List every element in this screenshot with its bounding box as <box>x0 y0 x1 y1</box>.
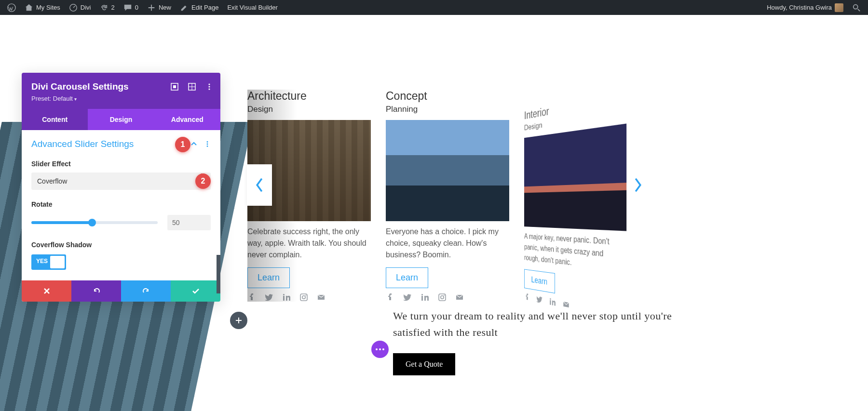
plus-icon <box>147 3 156 12</box>
preset-dropdown[interactable]: Preset: Default <box>31 95 211 102</box>
comments[interactable]: 0 <box>119 0 143 15</box>
svg-rect-24 <box>550 300 551 305</box>
card-desc: Celebrate success right, the only way, a… <box>247 226 371 261</box>
wp-admin-bar: My Sites Divi 2 0 New Edit Page Exit Vis… <box>0 0 868 15</box>
mail-icon[interactable] <box>455 293 464 302</box>
tagline: We turn your dream to reality and we'll … <box>393 308 702 341</box>
rotate-slider[interactable] <box>31 221 158 224</box>
search-icon <box>852 3 861 12</box>
cancel-button[interactable] <box>22 280 71 302</box>
card-subtitle: Planning <box>386 105 509 114</box>
more-options-button[interactable] <box>371 341 389 358</box>
learn-button[interactable]: Learn <box>524 269 555 293</box>
expand-icon[interactable] <box>170 82 179 91</box>
svg-point-21 <box>441 296 444 299</box>
facebook-icon[interactable] <box>247 293 256 302</box>
facebook-icon[interactable] <box>524 292 530 302</box>
tab-content[interactable]: Content <box>22 109 88 130</box>
coverflow-shadow-label: Coverflow Shadow <box>31 241 211 249</box>
site-name[interactable]: Divi <box>65 0 95 15</box>
panel-tabs: Content Design Advanced <box>22 109 220 130</box>
wp-logo[interactable] <box>3 0 20 15</box>
divi-settings-panel: Divi Carousel Settings Preset: Default C… <box>22 73 220 302</box>
svg-point-7 <box>208 86 210 87</box>
learn-button[interactable]: Learn <box>247 267 290 288</box>
svg-point-16 <box>305 295 306 296</box>
slider-effect-select[interactable]: Coverflow <box>31 172 211 190</box>
avatar <box>835 3 843 12</box>
carousel-prev[interactable] <box>247 164 272 206</box>
tab-design[interactable]: Design <box>88 109 154 130</box>
carousel-next[interactable] <box>625 164 651 206</box>
save-button[interactable] <box>171 280 220 302</box>
card-title: Architecture <box>247 90 371 103</box>
callout-badge-1: 1 <box>175 137 190 152</box>
linkedin-icon[interactable] <box>549 297 556 307</box>
svg-point-11 <box>207 146 208 147</box>
svg-point-13 <box>283 294 285 295</box>
card-image <box>386 120 509 221</box>
chevron-up-icon[interactable] <box>190 141 197 147</box>
my-sites[interactable]: My Sites <box>20 0 65 15</box>
howdy-user[interactable]: Howdy, Christina Gwira <box>762 0 848 15</box>
rotate-value-input[interactable] <box>167 215 211 230</box>
coverflow-shadow-toggle[interactable]: YES <box>31 254 66 270</box>
pencil-icon <box>180 3 189 12</box>
mail-icon[interactable] <box>317 293 326 302</box>
svg-point-8 <box>208 88 210 90</box>
edit-page[interactable]: Edit Page <box>176 0 223 15</box>
slider-effect-label: Slider Effect <box>31 160 211 168</box>
tab-advanced[interactable]: Advanced <box>154 109 220 130</box>
svg-point-6 <box>208 83 210 85</box>
card-desc: A major key, never panic. Don't panic, w… <box>524 231 626 275</box>
twitter-icon[interactable] <box>403 293 412 302</box>
new[interactable]: New <box>143 0 176 15</box>
linkedin-icon[interactable] <box>420 293 429 302</box>
svg-point-10 <box>207 144 208 145</box>
svg-point-25 <box>550 298 551 300</box>
instagram-icon[interactable] <box>438 293 447 302</box>
redo-button[interactable] <box>121 280 171 302</box>
updates[interactable]: 2 <box>95 0 119 15</box>
grid-icon[interactable] <box>188 82 196 91</box>
svg-point-22 <box>444 295 445 296</box>
search[interactable] <box>848 0 865 15</box>
section-more-icon[interactable] <box>204 141 211 147</box>
card-subtitle: Design <box>247 105 371 114</box>
undo-button[interactable] <box>71 280 121 302</box>
facebook-icon[interactable] <box>386 293 394 302</box>
gauge-icon <box>69 3 78 12</box>
svg-point-9 <box>207 141 208 143</box>
panel-scrollbar[interactable] <box>217 255 220 293</box>
get-quote-button[interactable]: Get a Quote <box>393 353 455 375</box>
comment-icon <box>123 3 132 12</box>
svg-point-15 <box>302 296 305 299</box>
home-icon <box>25 3 33 12</box>
card-desc: Everyone has a choice. I pick my choice,… <box>386 226 509 261</box>
carousel-card: Interior Design A major key, never panic… <box>524 90 626 321</box>
slider-thumb[interactable] <box>88 219 96 226</box>
section-title[interactable]: Advanced Slider Settings <box>31 139 134 149</box>
twitter-icon[interactable] <box>265 293 273 302</box>
exit-visual-builder[interactable]: Exit Visual Builder <box>223 0 282 15</box>
svg-point-19 <box>421 294 423 295</box>
svg-rect-18 <box>421 296 423 301</box>
carousel-card: Concept Planning Everyone has a choice. … <box>386 90 509 302</box>
svg-rect-4 <box>173 85 176 88</box>
svg-point-2 <box>854 4 858 9</box>
svg-rect-12 <box>283 296 285 301</box>
rotate-label: Rotate <box>31 200 211 208</box>
refresh-icon <box>100 3 108 12</box>
instagram-icon[interactable] <box>299 293 308 302</box>
more-icon[interactable] <box>205 82 214 91</box>
carousel: Architecture Design Celebrate success ri… <box>231 90 772 297</box>
callout-badge-2: 2 <box>195 173 211 189</box>
twitter-icon[interactable] <box>536 295 542 305</box>
learn-button[interactable]: Learn <box>386 267 428 288</box>
linkedin-icon[interactable] <box>282 293 291 302</box>
card-title: Concept <box>386 90 509 103</box>
card-image <box>524 123 626 231</box>
add-module-button[interactable] <box>230 312 247 329</box>
